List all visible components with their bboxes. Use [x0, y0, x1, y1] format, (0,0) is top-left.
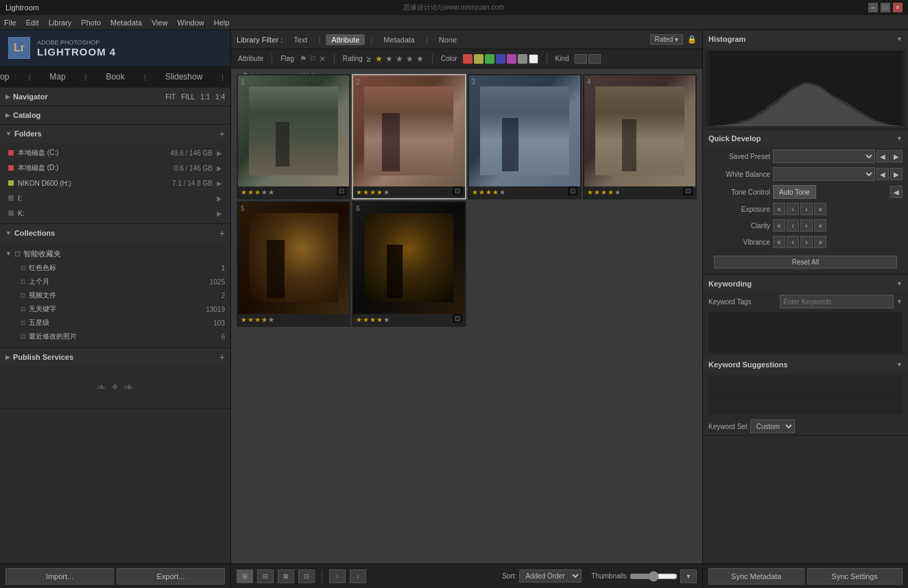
tone-control-arrow[interactable]: ◀ — [890, 186, 903, 198]
coll-item-month[interactable]: ⊡ 上个月 1025 — [0, 275, 230, 289]
navigator-header[interactable]: ▶ Navigator FIT FILL 1:1 1:4 — [0, 88, 230, 106]
reset-all-button[interactable]: Reset All — [714, 256, 897, 269]
saved-preset-next[interactable]: ▶ — [890, 150, 903, 162]
white-balance-prev[interactable]: ◀ — [876, 168, 889, 180]
clarity-inc-large[interactable]: » — [814, 219, 826, 232]
star-1-icon[interactable]: ★ — [375, 54, 383, 64]
clarity-dec-small[interactable]: ‹ — [787, 219, 799, 232]
white-balance-dropdown[interactable] — [773, 167, 875, 181]
sugg-row-1[interactable] — [708, 376, 903, 389]
color-dot-gray[interactable] — [518, 54, 527, 64]
keywording-header[interactable]: Keywording ▼ — [703, 275, 908, 293]
flag-icon-3[interactable]: ✕ — [319, 54, 326, 64]
vibrance-inc-large[interactable]: » — [814, 236, 826, 248]
folder-item-c[interactable]: 本地磁盘 (C:) 49.6 / 146 GB ▶ — [0, 145, 230, 160]
menu-edit[interactable]: Edit — [26, 19, 39, 27]
loupe-view-button[interactable]: ⊟ — [257, 569, 274, 583]
sort-dropdown[interactable]: Added Order Capture Time Edit Time File … — [519, 569, 582, 583]
tab-develop[interactable]: Develop — [0, 69, 14, 84]
menu-view[interactable]: View — [152, 19, 168, 27]
color-dot-green[interactable] — [485, 54, 494, 64]
white-balance-next[interactable]: ▶ — [890, 168, 903, 180]
clarity-dec-large[interactable]: « — [773, 219, 785, 232]
tab-map[interactable]: Map — [44, 69, 71, 84]
expand-button[interactable]: ▼ — [680, 569, 697, 583]
tab-book[interactable]: Book — [100, 69, 130, 84]
publish-services-header[interactable]: ▶ Publish Services + — [0, 348, 230, 366]
flag-icon-1[interactable]: ⚑ — [300, 54, 307, 64]
exposure-dec-small[interactable]: ‹ — [787, 203, 799, 215]
photo-cell-3[interactable]: 3 ★ ★ ★ ★ ★ ⊡ — [468, 74, 582, 199]
saved-preset-prev[interactable]: ◀ — [876, 150, 889, 162]
keyword-tags-arrow[interactable]: ▼ — [896, 298, 903, 305]
flag-icon-2[interactable]: ⚐ — [309, 54, 317, 64]
keyword-suggestions-header[interactable]: Keyword Suggestions ▼ — [703, 356, 908, 373]
menu-help[interactable]: Help — [214, 19, 230, 27]
collections-header[interactable]: ▼ Collections + — [0, 224, 230, 242]
menu-library[interactable]: Library — [49, 19, 72, 27]
1-1-btn[interactable]: 1:1 — [200, 93, 210, 101]
fill-btn[interactable]: FILL — [181, 93, 195, 101]
tab-slideshow[interactable]: Slideshow — [160, 69, 208, 84]
photo-cell-5[interactable]: 5 ★ ★ ★ ★ ★ — [237, 201, 350, 326]
auto-tone-button[interactable]: Auto Tone — [773, 185, 816, 199]
catalog-header[interactable]: ▶ Catalog — [0, 106, 230, 124]
import-button[interactable]: Import... — [5, 568, 114, 585]
folders-header[interactable]: ▼ Folders + — [0, 125, 230, 143]
color-dot-white[interactable] — [529, 54, 538, 64]
minimize-button[interactable]: ─ — [868, 3, 878, 12]
photo-cell-2[interactable]: 2 ★ ★ ★ ★ ★ ⊡ — [352, 74, 466, 199]
coll-item-recent[interactable]: ⊡ 最近修改的照片 6 — [0, 330, 230, 343]
sync-settings-button[interactable]: Sync Settings — [807, 568, 903, 585]
folder-item-k[interactable]: K: ▶ — [0, 206, 230, 221]
thumbnail-size-slider[interactable] — [630, 571, 678, 582]
color-dot-purple[interactable] — [507, 54, 516, 64]
photo-cell-6[interactable]: 6 ★ ★ ★ ★ ★ ⊡ — [352, 201, 466, 326]
folder-item-h[interactable]: NIKON D600 (H:) 7.1 / 14.8 GB ▶ — [0, 175, 230, 191]
exposure-dec-large[interactable]: « — [773, 203, 785, 215]
vibrance-inc-small[interactable]: › — [800, 236, 813, 248]
color-dot-blue[interactable] — [496, 54, 505, 64]
rated-badge[interactable]: Rated ▾ — [650, 34, 683, 45]
quick-develop-header[interactable]: Quick Develop ▼ — [703, 130, 908, 147]
photo-cell-1[interactable]: 1 ★ ★ ★ ★ ★ ⊡ — [237, 74, 350, 199]
star-3-icon[interactable]: ★ — [396, 54, 403, 64]
menu-metadata[interactable]: Metadata — [110, 19, 142, 27]
exposure-inc-small[interactable]: › — [800, 203, 813, 215]
sort-asc-button[interactable]: ↕ — [350, 569, 366, 583]
coll-item-video[interactable]: ⊡ 视频文件 2 — [0, 289, 230, 302]
folder-item-d[interactable]: 本地磁盘 (D:) 0.6 / 146 GB ▶ — [0, 160, 230, 175]
filter-tab-attribute[interactable]: Attribute — [326, 34, 365, 45]
coll-item-nokw[interactable]: ⊡ 无关键字 13019 — [0, 302, 230, 316]
menu-file[interactable]: File — [4, 19, 16, 27]
close-button[interactable]: ✕ — [893, 3, 903, 12]
keyword-set-dropdown[interactable]: Custom — [750, 419, 795, 433]
kind-icon-video[interactable] — [588, 54, 601, 64]
survey-view-button[interactable]: ⊡ — [298, 569, 315, 583]
1-4-btn[interactable]: 1:4 — [215, 93, 225, 101]
kind-icon-photo[interactable] — [575, 54, 587, 64]
fit-btn[interactable]: FIT — [165, 93, 176, 101]
vibrance-dec-large[interactable]: « — [773, 236, 785, 248]
compare-view-button[interactable]: ⊠ — [278, 569, 294, 583]
star-5-icon[interactable]: ★ — [416, 54, 424, 64]
folder-item-i[interactable]: I: ▶ — [0, 191, 230, 206]
photo-cell-4[interactable]: 4 ★ ★ ★ ★ ★ ⊡ — [583, 74, 697, 199]
grid-view-button[interactable]: ⊞ — [237, 569, 253, 583]
menu-photo[interactable]: Photo — [81, 19, 101, 27]
publish-add-button[interactable]: + — [219, 352, 225, 363]
smart-collection-header[interactable]: ▼ ⊡ 智能收藏夹 — [0, 246, 230, 261]
filter-tab-text[interactable]: Text — [288, 34, 313, 45]
vibrance-dec-small[interactable]: ‹ — [787, 236, 799, 248]
filter-tab-none[interactable]: None — [433, 34, 462, 45]
collections-add-button[interactable]: + — [219, 228, 225, 238]
sync-metadata-button[interactable]: Sync Metadata — [708, 568, 804, 585]
color-dot-red[interactable] — [463, 54, 473, 64]
filter-tab-metadata[interactable]: Metadata — [378, 34, 420, 45]
histogram-header[interactable]: Histogram ▼ — [703, 30, 908, 48]
coll-item-red[interactable]: ⊡ 红色色标 1 — [0, 261, 230, 275]
keyword-tags-input[interactable] — [780, 295, 894, 308]
people-view-button[interactable]: ↑ — [329, 569, 346, 583]
star-4-icon[interactable]: ★ — [406, 54, 414, 64]
folders-add-button[interactable]: + — [219, 128, 225, 139]
